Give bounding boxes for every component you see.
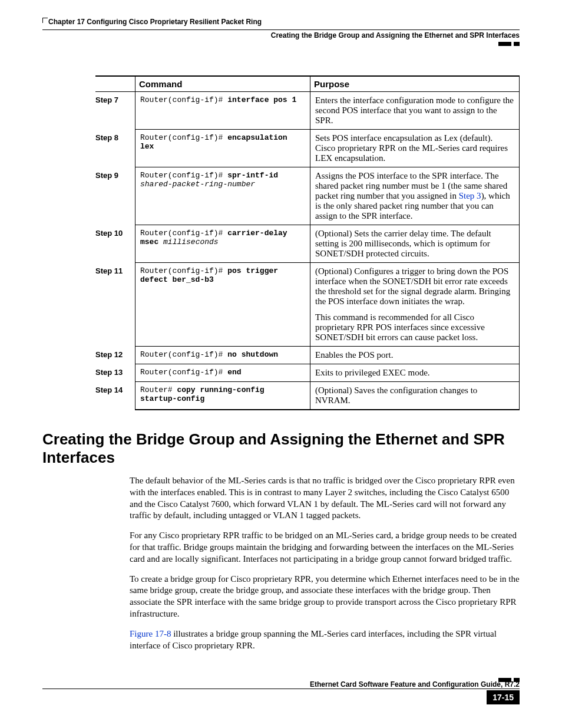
table-row: Step 8 Router(config-if)# encapsulation … [95, 130, 520, 167]
guide-title: Ethernet Card Software Feature and Confi… [42, 680, 520, 689]
step-label: Step 11 [95, 263, 135, 347]
body-paragraph: Figure 17-8 illustrates a bridge group s… [130, 628, 520, 652]
step-label: Step 12 [95, 347, 135, 364]
table-row: Step 10 Router(config-if)# carrier-delay… [95, 225, 520, 263]
step-label: Step 13 [95, 364, 135, 382]
step3-link[interactable]: Step 3 [459, 191, 481, 200]
table-row: Step 11 Router(config-if)# pos trigger d… [95, 263, 520, 347]
header-mark [514, 42, 520, 46]
table-header-purpose: Purpose [310, 76, 520, 92]
table-row: Step 14 Router# copy running-config star… [95, 382, 520, 410]
body-paragraph: The default behavior of the ML-Series ca… [130, 475, 520, 522]
section-heading: Creating the Bridge Group and Assigning … [42, 430, 520, 467]
chapter-header: Chapter 17 Configuring Cisco Proprietary… [48, 18, 520, 26]
step-label: Step 10 [95, 225, 135, 263]
command-table: Command Purpose Step 7 Router(config-if)… [95, 75, 520, 410]
table-row: Step 7 Router(config-if)# interface pos … [95, 92, 520, 130]
step-label: Step 9 [95, 167, 135, 225]
section-header: Creating the Bridge Group and Assigning … [42, 31, 520, 39]
header-mark [498, 42, 511, 46]
table-header-command: Command [135, 76, 310, 92]
step-label: Step 8 [95, 130, 135, 167]
body-paragraph: To create a bridge group for Cisco propr… [130, 574, 520, 620]
page-footer: Ethernet Card Software Feature and Confi… [42, 678, 520, 704]
page-number: 17-15 [487, 690, 520, 704]
table-row: Step 9 Router(config-if)# spr-intf-id sh… [95, 167, 520, 225]
table-row: Step 12 Router(config-if)# no shutdown E… [95, 347, 520, 364]
body-paragraph: For any Cisco proprietary RPR traffic to… [130, 530, 520, 565]
corner-mark [42, 18, 48, 23]
table-row: Step 13 Router(config-if)# end Exits to … [95, 364, 520, 382]
figure-link[interactable]: Figure 17-8 [130, 629, 171, 638]
step-label: Step 7 [95, 92, 135, 130]
step-label: Step 14 [95, 382, 135, 410]
